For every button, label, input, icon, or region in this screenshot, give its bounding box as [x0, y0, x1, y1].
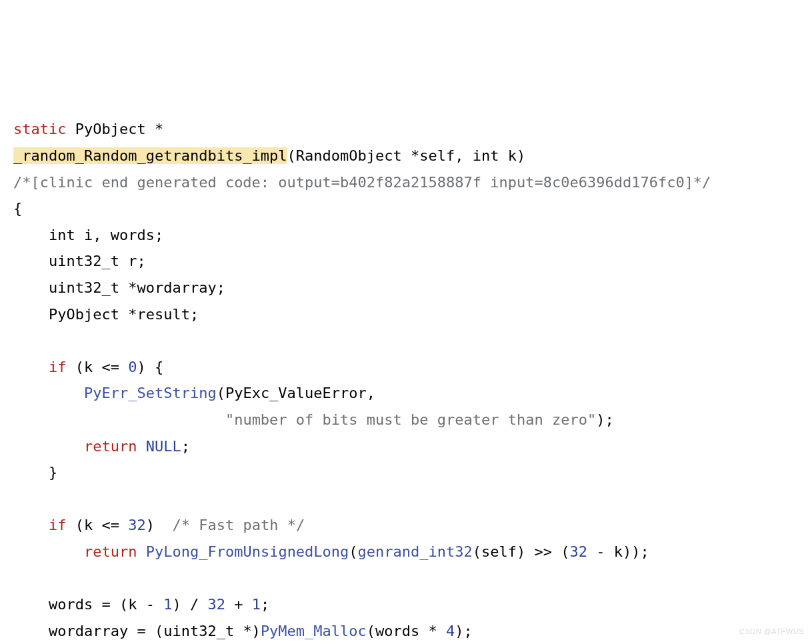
line-4: { — [13, 200, 22, 217]
number-literal: 32 — [569, 543, 587, 560]
text: ; — [181, 438, 190, 455]
indent — [13, 623, 49, 639]
indent — [13, 385, 84, 401]
text: wordarray = (uint32_t *) — [49, 623, 261, 639]
line-11: PyErr_SetString(PyExc_ValueError, — [13, 385, 375, 401]
comment-fastpath: /* Fast path */ — [172, 517, 305, 533]
function-name-highlight: _random_Random_getrandbits_impl — [13, 147, 287, 164]
text: ; — [261, 596, 269, 613]
line-8: PyObject *result; — [13, 306, 199, 323]
number-literal: 32 — [207, 596, 225, 613]
number-literal: 4 — [446, 623, 455, 639]
text: (self) >> ( — [473, 543, 570, 560]
keyword-if: if — [49, 359, 67, 375]
text: ) — [146, 517, 173, 533]
text: + — [225, 596, 252, 613]
text: ) { — [137, 359, 163, 375]
line-14: } — [13, 464, 57, 481]
space — [137, 438, 145, 455]
function-call: genrand_int32 — [358, 543, 473, 560]
indent — [13, 517, 49, 533]
text: ) / — [172, 596, 207, 613]
number-literal: 1 — [252, 596, 261, 613]
line-1: static PyObject * — [13, 121, 163, 137]
indent — [13, 596, 49, 613]
text: (PyExc_ValueError, — [217, 385, 375, 401]
line-7: uint32_t *wordarray; — [13, 279, 225, 296]
line-2: _random_Random_getrandbits_impl(RandomOb… — [13, 147, 525, 164]
null-literal: NULL — [146, 438, 181, 455]
text: ); — [596, 411, 614, 428]
function-call: PyLong_FromUnsignedLong — [146, 543, 349, 560]
keyword-static: static — [13, 121, 66, 137]
text: (k <= — [66, 517, 128, 533]
text: ( — [349, 543, 357, 560]
line-5: int i, words; — [13, 227, 163, 243]
number-literal: 1 — [163, 596, 172, 613]
text: - k)); — [587, 543, 649, 560]
keyword-if: if — [49, 517, 67, 533]
number-literal: 32 — [128, 517, 146, 533]
space — [137, 543, 145, 560]
indent — [13, 543, 84, 560]
line-12: "number of bits must be greater than zer… — [13, 411, 614, 428]
text: (words * — [367, 623, 446, 639]
number-literal: 0 — [128, 359, 137, 375]
string-literal: "number of bits must be greater than zer… — [225, 411, 596, 428]
text: (k <= — [66, 359, 128, 375]
line-16: if (k <= 32) /* Fast path */ — [13, 517, 305, 533]
text: ); — [455, 623, 473, 639]
text: PyObject * — [66, 121, 163, 137]
line-13: return NULL; — [13, 438, 190, 455]
function-call: PyErr_SetString — [84, 385, 217, 401]
line-20: wordarray = (uint32_t *)PyMem_Malloc(wor… — [13, 623, 473, 639]
text: (RandomObject *self, int k) — [287, 147, 526, 164]
line-19: words = (k - 1) / 32 + 1; — [13, 596, 269, 613]
line-3: /*[clinic end generated code: output=b40… — [13, 174, 711, 191]
line-17: return PyLong_FromUnsignedLong(genrand_i… — [13, 543, 649, 560]
indent — [13, 411, 225, 428]
line-6: uint32_t r; — [13, 253, 146, 269]
clinic-comment: /*[clinic end generated code: output=b40… — [13, 174, 711, 191]
keyword-return: return — [84, 438, 137, 455]
keyword-return: return — [84, 543, 137, 560]
text: words = (k - — [49, 596, 163, 613]
indent — [13, 359, 49, 375]
function-call: PyMem_Malloc — [261, 623, 367, 639]
code-block: static PyObject * _random_Random_getrand… — [13, 116, 799, 644]
indent — [13, 438, 84, 455]
line-10: if (k <= 0) { — [13, 359, 163, 375]
watermark: CSDN @ATFWUS — [739, 625, 804, 639]
